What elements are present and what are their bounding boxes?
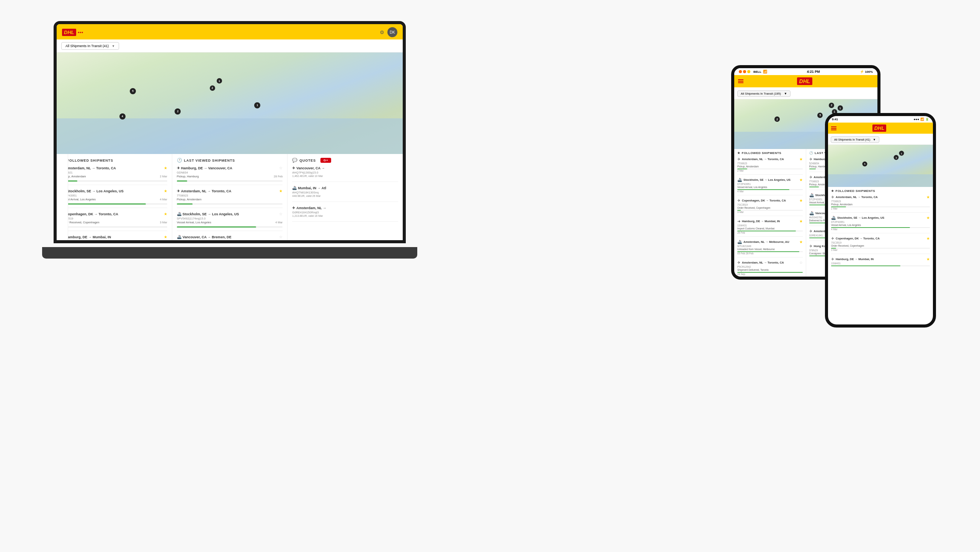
lastviewed-transport-3: 🚢 (177, 212, 181, 216)
laptop-filter-bar: All Shipments In Transit (41) ▼ (57, 39, 403, 52)
laptop-lastviewed-item-3[interactable]: 🚢 Stockholm, SE → Los Angeles, US ☆ SPV5… (177, 212, 283, 231)
phone-status-bar: 9:41 ●●● 📶 🔋 (828, 116, 933, 123)
phone-hamburger[interactable] (831, 126, 836, 130)
phone-map-pin-2[interactable]: 1 (899, 151, 904, 156)
tablet-status-bar: BELL 📶 4:21 PM ⚡ 100% (734, 68, 877, 75)
tablet-followed-item-6[interactable]: ✈ Amsterdam, NL → Toronto, CA ☆ P5CR1254… (737, 260, 803, 277)
laptop-quote-item-3[interactable]: ✈ Amsterdam, NL → G0RE4164150Rnql3 1,213… (292, 206, 398, 222)
laptop-map: 5 2 4 1 2 1 (57, 52, 403, 154)
tablet-filter-bar: All Shipments In Transit (195) ▼ (734, 87, 877, 99)
laptop-header-icons: ⚙ DK (380, 27, 397, 37)
tab-last-transport-6: ✈ (809, 244, 812, 248)
tablet-dhl-header: DHL (734, 75, 877, 87)
lastviewed-star-3[interactable]: ☆ (279, 212, 283, 216)
phone-followed-title: ★ FOLLOWED SHIPMENTS (831, 189, 930, 193)
tablet-followed-item-1[interactable]: ✈ Amsterdam, NL → Toronto, CA ★ 7T08923 … (737, 157, 803, 175)
followed-star-4[interactable]: ★ (164, 235, 167, 239)
phone-screen: 9:41 ●●● 📶 🔋 DHL (828, 116, 933, 324)
tablet-time: 4:21 PM (807, 70, 820, 74)
map-pin-4[interactable]: 1 (254, 102, 260, 108)
phone-filter-bar: All Shipments In Transit (41) ▼ (828, 134, 933, 145)
laptop-followed-item-4[interactable]: ➜ Hamburg, DE → Mumbai, IN ★ 1SW431 Impo… (61, 235, 167, 240)
followed-progress-2 (61, 203, 167, 205)
map-pin-5[interactable]: 2 (210, 85, 215, 91)
tablet-map-pin-2[interactable]: 1 (838, 105, 843, 111)
tablet-map-pin-5[interactable]: 2 (774, 116, 780, 122)
phone-signal-icon: ●●● (914, 118, 920, 121)
laptop-lastviewed-item-1[interactable]: ✈ Hamburg, DE → Vancouver, CA ☆ GDN834 P… (177, 166, 283, 185)
tab-follow-star-1[interactable]: ★ (799, 157, 803, 161)
lastviewed-transport-1: ✈ (177, 166, 180, 170)
laptop-settings-icon[interactable]: ⚙ (380, 29, 384, 35)
phone-filter-dropdown[interactable]: All Shipments In Transit (41) ▼ (831, 136, 879, 143)
laptop-dhl-logo: DHL (62, 29, 76, 36)
tablet-hamburger[interactable] (738, 79, 743, 83)
tablet-followed-item-5[interactable]: 🚢 Amsterdam, NL → Melbourne, AU ★ WTU821… (737, 240, 803, 257)
laptop-device: DHL ●●● ⚙ DK ≡ 📦 🚚 📋 (54, 21, 406, 259)
tab-follow-star-4[interactable]: ★ (799, 219, 803, 223)
phone-follow-star-3[interactable]: ★ (926, 236, 930, 241)
laptop-quotes-title: 💬 QUOTES G+ (292, 158, 398, 163)
quotes-badge[interactable]: G+ (320, 158, 332, 163)
lastviewed-progress-3 (177, 226, 283, 228)
lastviewed-transport-2: ✈ (177, 189, 180, 193)
laptop-avatar[interactable]: DK (387, 27, 397, 37)
phone-follow-star-2[interactable]: ★ (926, 216, 930, 220)
tablet-filter-dropdown[interactable]: All Shipments In Transit (195) ▼ (737, 90, 791, 97)
tablet-map-pin-4[interactable]: 2 (829, 103, 834, 108)
map-pin-2[interactable]: 2 (175, 108, 181, 115)
laptop-filter-dropdown[interactable]: All Shipments In Transit (41) ▼ (61, 42, 119, 50)
lastviewed-star-2[interactable]: ★ (279, 189, 283, 193)
phone-follow-prog-4 (831, 265, 930, 266)
tab-last-transport-4: 🚢 (809, 211, 814, 215)
tab-follow-star-2[interactable]: ★ (799, 178, 803, 182)
map-pin-1[interactable]: 5 (130, 88, 136, 94)
laptop-lastviewed-item-2[interactable]: ✈ Amsterdam, NL → Toronto, CA ★ 7T08923 … (177, 189, 283, 208)
tab-follow-transport-6: ✈ (737, 260, 740, 265)
tablet-map-pin-3[interactable]: 5 (817, 113, 823, 118)
followed-star-3[interactable]: ★ (164, 212, 167, 216)
laptop-body: DHL ●●● ⚙ DK ≡ 📦 🚚 📋 (54, 21, 406, 243)
quote-transport-2: 🚢 (292, 186, 297, 190)
followed-star-1[interactable]: ★ (164, 166, 167, 170)
phone-followed-item-2[interactable]: 🚢 Stockholm, SE → Los Angeles, US ★ DTZP… (831, 216, 930, 233)
tab-follow-transport-4: ➜ (737, 219, 740, 223)
laptop-followed-title: ★ FOLLOWED SHIPMENTS (61, 158, 167, 163)
lastviewed-star-4[interactable]: ☆ (279, 235, 283, 239)
laptop-header: DHL ●●● ⚙ DK (57, 24, 403, 40)
tablet-followed-item-3[interactable]: ✈ Copenhagen, DK → Toronto, CA ★ 7SC3519… (737, 198, 803, 216)
tablet-followed-item-4[interactable]: ➜ Hamburg, DE → Mumbai, IN ★ 1SW431 Impo… (737, 219, 803, 237)
quotes-section-icon: 💬 (292, 158, 298, 163)
tablet-lastviewed-icon: 🕐 (809, 151, 813, 155)
tab-follow-star-5[interactable]: ★ (799, 240, 803, 244)
laptop-lastviewed-title: 🕐 LAST VIEWED SHIPMENTS (177, 158, 283, 163)
laptop-lastviewed-item-4[interactable]: 🚢 Vancouver, CA → Bremen, DE ☆ QYB95174 … (177, 235, 283, 240)
phone-map-pin-3[interactable]: 5 (862, 161, 867, 166)
phone-follow-star-1[interactable]: ★ (926, 195, 930, 199)
laptop-followed-item-1[interactable]: ✈ Amsterdam, NL → Toronto, CA ★ 7T08921 … (61, 166, 167, 185)
lastviewed-star-1[interactable]: ☆ (279, 166, 283, 170)
laptop-filter-arrow: ▼ (112, 44, 115, 48)
tablet-wifi-icon: 📶 (763, 70, 767, 74)
phone-followed-item-4[interactable]: ✈ Hamburg, DE → Mumbai, IN ★ 1SW431 (831, 257, 930, 269)
laptop-quote-item-1[interactable]: ✈ Vancouver, CA → AHQ7P4j1300yj15.0 1,46… (292, 166, 398, 182)
phone-follow-star-4[interactable]: ★ (926, 257, 930, 261)
lastviewed-progress-2 (177, 203, 283, 205)
phone-dhl-header: DHL (828, 123, 933, 134)
phone-followed-item-3[interactable]: ✈ Copenhagen, DK → Toronto, CA ★ 7SC3519… (831, 236, 930, 254)
laptop-quote-item-2[interactable]: 🚢 Mumbai, IN → Atl AHQTN6184130Snq 448.9… (292, 186, 398, 202)
tab-follow-star-6[interactable]: ☆ (799, 260, 803, 265)
map-pin-3[interactable]: 4 (119, 113, 126, 120)
phone-map-pin-1[interactable]: 3 (894, 155, 899, 160)
scene: DHL ●●● ⚙ DK ≡ 📦 🚚 📋 (0, 0, 980, 552)
followed-progress-3 (61, 226, 167, 228)
phone-follow-transport-1: ✈ (831, 195, 834, 199)
map-pin-6[interactable]: 1 (217, 78, 222, 84)
followed-star-2[interactable]: ★ (164, 189, 167, 193)
phone-wifi-icon: 📶 (920, 118, 924, 121)
laptop-followed-item-3[interactable]: ✈ Copenhagen, DK → Toronto, CA ★ 7SC3519… (61, 212, 167, 231)
tab-follow-star-3[interactable]: ★ (799, 198, 803, 203)
phone-followed-item-1[interactable]: ✈ Amsterdam, NL → Toronto, CA ★ 7T08923 … (831, 195, 930, 213)
laptop-followed-item-2[interactable]: 🚢 Stockholm, SE → Los Angeles, US ★ DTZP… (61, 189, 167, 208)
tablet-followed-item-2[interactable]: 🚢 Stockholm, SE → Los Angeles, US ★ DTZP… (737, 178, 803, 195)
